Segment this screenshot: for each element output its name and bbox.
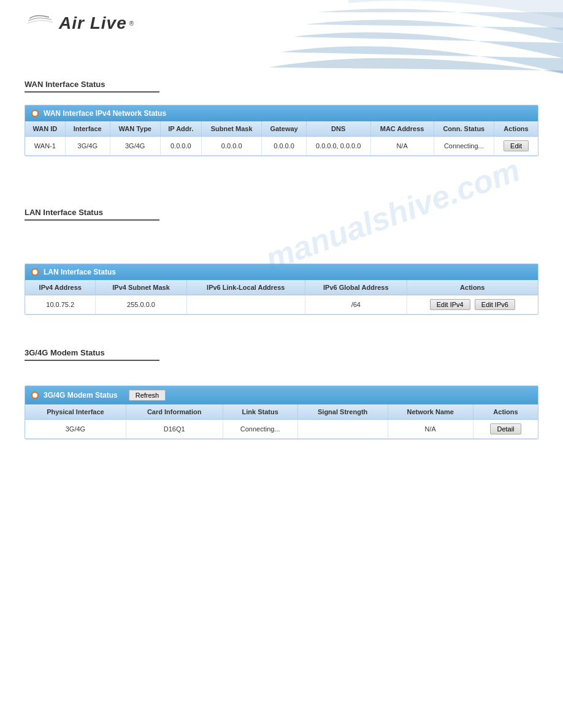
lan-table-wrapper: LAN Interface Status IPv4 Address IPv4 S… xyxy=(25,264,538,315)
modem-col-signal: Signal Strength xyxy=(297,404,388,420)
modem-col-network-name: Network Name xyxy=(388,404,473,420)
wan-section: WAN Interface Status WAN Interface IPv4 … xyxy=(25,80,538,156)
wan-col-ip-addr: IP Addr. xyxy=(160,121,201,137)
modem-table-header-row: Physical Interface Card Information Link… xyxy=(25,404,538,420)
wan-table-row: WAN-1 3G/4G 3G/4G 0.0.0.0 0.0.0.0 0.0.0.… xyxy=(25,137,538,156)
wan-table-wrapper: WAN Interface IPv4 Network Status WAN ID… xyxy=(25,105,538,156)
modem-col-card-info: Card Information xyxy=(126,404,223,420)
wan-col-actions: Actions xyxy=(494,121,538,137)
wan-col-dns: DNS xyxy=(306,121,370,137)
lan-col-actions: Actions xyxy=(407,280,538,295)
lan-desc-area xyxy=(25,228,538,259)
modem-desc-area xyxy=(25,368,538,381)
logo-text: Air Live xyxy=(59,13,127,33)
wan-desc-area xyxy=(25,171,538,208)
wan-cell-actions: Edit xyxy=(494,137,538,156)
modem-table: Physical Interface Card Information Link… xyxy=(25,404,538,439)
lan-table-header-bar: LAN Interface Status xyxy=(25,264,538,280)
modem-section-title: 3G/4G Modem Status xyxy=(25,348,159,361)
header: Air Live® xyxy=(0,0,563,74)
wan-cell-conn-status: Connecting... xyxy=(434,137,494,156)
lan-table-row: 10.0.75.2 255.0.0.0 /64 Edit IPv4 Edit I… xyxy=(25,295,538,314)
modem-cell-card-info: D16Q1 xyxy=(126,420,223,439)
wan-table-icon xyxy=(31,110,39,117)
lan-table-title: LAN Interface Status xyxy=(44,268,116,276)
modem-table-row: 3G/4G D16Q1 Connecting... N/A Detail xyxy=(25,420,538,439)
wan-cell-wan-id: WAN-1 xyxy=(25,137,65,156)
wan-col-mac: MAC Address xyxy=(370,121,434,137)
wan-cell-mac: N/A xyxy=(370,137,434,156)
wan-table-header-row: WAN ID Interface WAN Type IP Addr. Subne… xyxy=(25,121,538,137)
modem-col-link-status: Link Status xyxy=(223,404,297,420)
wan-cell-wan-type: 3G/4G xyxy=(110,137,160,156)
lan-cell-ipv4-subnet: 255.0.0.0 xyxy=(96,295,186,314)
wan-cell-ip-addr: 0.0.0.0 xyxy=(160,137,201,156)
lan-cell-actions: Edit IPv4 Edit IPv6 xyxy=(407,295,538,314)
wan-col-interface: Interface xyxy=(65,121,110,137)
lan-edit-ipv4-button[interactable]: Edit IPv4 xyxy=(430,299,470,310)
lan-col-ipv6-link: IPv6 Link-Local Address xyxy=(186,280,305,295)
lan-section-title: LAN Interface Status xyxy=(25,208,159,221)
wan-cell-subnet: 0.0.0.0 xyxy=(201,137,262,156)
modem-col-actions: Actions xyxy=(473,404,538,420)
lan-cell-ipv6-link xyxy=(186,295,305,314)
modem-table-header-bar: 3G/4G Modem Status Refresh xyxy=(25,386,538,404)
modem-cell-actions: Detail xyxy=(473,420,538,439)
modem-cell-physical: 3G/4G xyxy=(25,420,126,439)
lan-modem-spacer xyxy=(25,330,538,348)
modem-table-wrapper: 3G/4G Modem Status Refresh Physical Inte… xyxy=(25,385,538,439)
modem-col-physical: Physical Interface xyxy=(25,404,126,420)
wan-col-wan-type: WAN Type xyxy=(110,121,160,137)
modem-section: 3G/4G Modem Status 3G/4G Modem Status Re… xyxy=(25,348,538,439)
logo-registered: ® xyxy=(129,20,134,27)
lan-table: IPv4 Address IPv4 Subnet Mask IPv6 Link-… xyxy=(25,280,538,314)
wan-section-title: WAN Interface Status xyxy=(25,80,159,93)
logo-swoosh-icon xyxy=(25,12,56,34)
wan-cell-interface: 3G/4G xyxy=(65,137,110,156)
lan-table-header-row: IPv4 Address IPv4 Subnet Mask IPv6 Link-… xyxy=(25,280,538,295)
modem-cell-signal xyxy=(297,420,388,439)
lan-col-ipv6-global: IPv6 Global Address xyxy=(305,280,407,295)
main-content: WAN Interface Status WAN Interface IPv4 … xyxy=(0,74,563,479)
wan-cell-gateway: 0.0.0.0 xyxy=(262,137,306,156)
wan-table-header-bar: WAN Interface IPv4 Network Status xyxy=(25,105,538,121)
modem-cell-network-name: N/A xyxy=(388,420,473,439)
lan-cell-ipv4: 10.0.75.2 xyxy=(25,295,96,314)
wan-table-title: WAN Interface IPv4 Network Status xyxy=(44,109,166,118)
logo: Air Live® xyxy=(25,12,134,34)
lan-cell-ipv6-global: /64 xyxy=(305,295,407,314)
lan-col-ipv4-subnet: IPv4 Subnet Mask xyxy=(96,280,186,295)
wan-col-conn-status: Conn. Status xyxy=(434,121,494,137)
wan-col-gateway: Gateway xyxy=(262,121,306,137)
wan-col-subnet-mask: Subnet Mask xyxy=(201,121,262,137)
lan-section: LAN Interface Status LAN Interface Statu… xyxy=(25,208,538,315)
header-decoration xyxy=(256,0,563,74)
lan-col-ipv4: IPv4 Address xyxy=(25,280,96,295)
lan-table-icon xyxy=(31,268,39,276)
modem-table-icon xyxy=(31,392,39,399)
lan-edit-ipv6-button[interactable]: Edit IPv6 xyxy=(475,299,515,310)
wan-edit-button[interactable]: Edit xyxy=(504,140,529,151)
modem-cell-link-status: Connecting... xyxy=(223,420,297,439)
modem-refresh-button[interactable]: Refresh xyxy=(129,390,166,401)
modem-detail-button[interactable]: Detail xyxy=(490,423,521,434)
modem-table-title: 3G/4G Modem Status xyxy=(44,391,118,400)
wan-cell-dns: 0.0.0.0, 0.0.0.0 xyxy=(306,137,370,156)
wan-table: WAN ID Interface WAN Type IP Addr. Subne… xyxy=(25,121,538,156)
wan-col-wan-id: WAN ID xyxy=(25,121,65,137)
